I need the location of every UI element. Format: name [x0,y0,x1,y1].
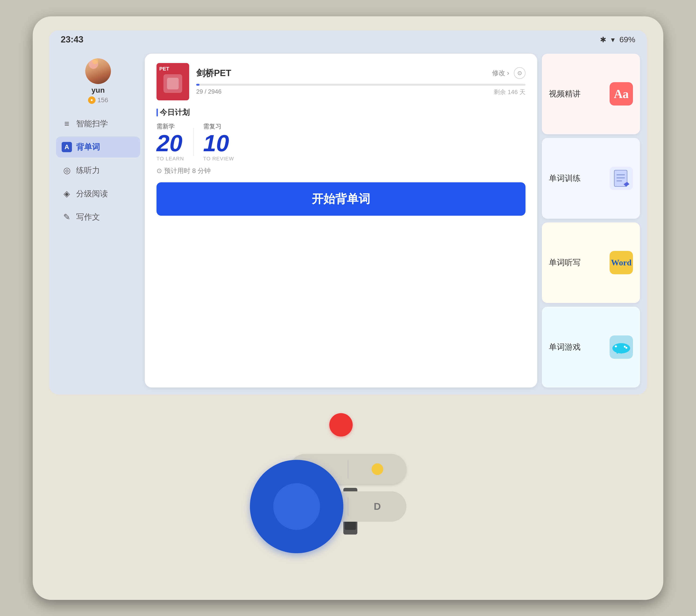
audio-button[interactable]: ⊙ [514,67,525,79]
feature-training-label: 单词训练 [549,173,581,184]
plan-stats: 需新学 20 TO LEARN 需复习 10 TO REVIEW [157,122,525,162]
big-circle-button[interactable] [250,460,343,553]
feature-card-training[interactable]: 单词训练 [542,138,640,219]
sidebar-item-words[interactable]: A 背单词 [56,136,140,158]
video-icon: Aa [614,87,629,101]
listen-icon: ◎ [62,165,72,175]
today-plan: 今日计划 需新学 20 TO LEARN 需复习 10 TO [157,107,525,175]
progress-fill [196,84,200,86]
sidebar-item-read[interactable]: ◈ 分级阅读 [56,183,140,204]
b-dot-icon [371,463,383,475]
chevron-right-icon: › [507,69,509,77]
book-cover[interactable]: PET [157,63,189,100]
feature-video-label: 视频精讲 [549,88,581,99]
progress-info: 29 / 2946 剩余 146 天 [196,88,525,96]
user-name: yun [92,86,105,95]
scan-icon: ≡ [62,119,72,129]
sidebar-item-scan[interactable]: ≡ 智能扫学 [56,113,140,134]
device-body: 23:43 ✱ ▾ 69% [33,16,663,600]
read-icon: ◈ [62,189,72,199]
avatar[interactable] [85,58,111,84]
center-panel: PET 剑桥PET 修改 › [145,54,537,388]
feature-card-game[interactable]: 单词游戏 [542,307,640,388]
book-details: 剑桥PET 修改 › ⊙ [196,67,525,96]
sidebar-item-listen[interactable]: ◎ 练听力 [56,160,140,181]
keyboard-area: A C D [325,394,371,581]
user-profile: yun ● 156 [56,54,140,111]
words-icon: A [62,142,72,152]
svg-rect-8 [615,345,617,347]
sidebar-item-read-label: 分级阅读 [76,188,108,199]
feature-training-icon-box [610,167,633,190]
plan-time-estimate: ⊙ 预计用时 8 分钟 [157,166,525,175]
battery-indicator: 69% [619,35,635,44]
big-circle-inner [273,483,320,530]
book-title: 剑桥PET [196,67,231,79]
feature-card-video[interactable]: 视频精讲 Aa [542,54,640,134]
feature-game-icon-box [610,336,633,359]
book-edit-button[interactable]: 修改 › [492,69,509,78]
plan-title: 今日计划 [157,107,525,118]
feature-video-icon-box: Aa [610,82,633,106]
plan-divider [193,128,194,156]
d-button-label: D [374,501,381,512]
svg-point-10 [626,347,627,349]
svg-rect-12 [617,350,618,354]
gamepad-icon [612,340,631,354]
clock-icon: ⊙ [157,167,162,175]
to-learn-stat: 需新学 20 TO LEARN [157,122,184,162]
to-learn-number: 20 [157,131,184,155]
sidebar: yun ● 156 ≡ 智能扫学 A 背单词 [56,54,140,388]
start-button[interactable]: 开始背单词 [157,182,525,216]
to-learn-label-en: TO LEARN [157,156,184,162]
to-review-label-en: TO REVIEW [203,156,234,162]
status-bar: 23:43 ✱ ▾ 69% [49,30,647,49]
feature-dictation-icon-box: Word [610,251,633,274]
sidebar-item-scan-label: 智能扫学 [76,118,108,129]
battery-percent: 69% [619,35,635,44]
svg-point-9 [624,346,626,347]
coin-icon: ● [88,96,96,104]
progress-days: 剩余 146 天 [494,88,525,96]
to-learn-label-cn: 需新学 [157,122,184,130]
headphone-icon: ⊙ [517,70,522,76]
red-button[interactable] [329,413,353,437]
sidebar-item-write[interactable]: ✎ 写作文 [56,207,140,228]
d-button[interactable]: D [348,491,406,522]
feature-dictation-label: 单词听写 [549,257,581,268]
document-icon [613,169,630,188]
b-button[interactable] [348,454,406,484]
to-review-label-cn: 需复习 [203,122,234,130]
wifi-icon: ▾ [611,35,615,44]
book-edit-label: 修改 [492,69,505,78]
sidebar-item-words-label: 背单词 [76,142,100,152]
sidebar-item-write-label: 写作文 [76,212,100,223]
sidebar-item-listen-label: 练听力 [76,165,100,176]
feature-card-dictation[interactable]: 单词听写 Word [542,223,640,303]
to-review-number: 10 [203,131,234,155]
book-pet-label: PET [159,66,169,72]
status-icons: ✱ ▾ 69% [600,35,635,44]
progress-bar [196,84,525,86]
right-panel: 视频精讲 Aa 单词训练 [542,54,640,388]
progress-bar-container: 29 / 2946 剩余 146 天 [196,84,525,96]
coin-amount: 156 [97,96,108,104]
book-cover-design [163,74,182,93]
book-info: PET 剑桥PET 修改 › [157,63,525,100]
word-icon: Word [611,258,632,268]
to-review-stat: 需复习 10 TO REVIEW [203,122,234,162]
screen: 23:43 ✱ ▾ 69% [49,30,647,394]
feature-game-label: 单词游戏 [549,342,581,353]
write-icon: ✎ [62,212,72,222]
progress-count: 29 / 2946 [196,88,221,96]
bluetooth-icon: ✱ [600,35,606,44]
svg-rect-11 [620,350,622,354]
user-coins: ● 156 [88,96,108,104]
status-time: 23:43 [61,35,83,45]
